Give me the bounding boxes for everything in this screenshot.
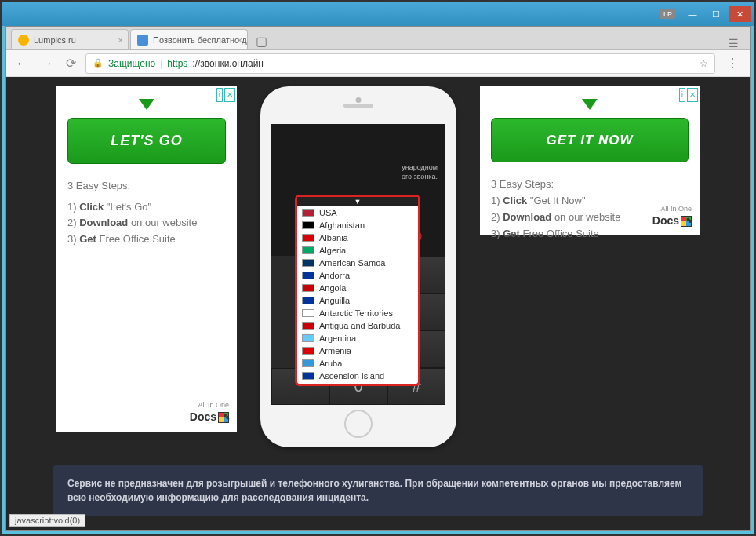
- flag-icon: [302, 246, 314, 254]
- tab-close-icon[interactable]: ×: [118, 35, 123, 45]
- flag-icon: [302, 322, 314, 330]
- country-name: American Samoa: [319, 258, 385, 268]
- flag-icon: [302, 334, 314, 342]
- lp-badge: LP: [660, 9, 675, 19]
- user-icon[interactable]: ☰: [722, 37, 745, 49]
- docs-logo: All In OneDocs✎: [652, 207, 692, 229]
- status-bar: javascript:void(0): [9, 514, 85, 527]
- back-button[interactable]: ←: [13, 57, 31, 71]
- ad-info-icon[interactable]: i: [216, 88, 223, 102]
- flag-icon: [302, 372, 314, 380]
- country-dropdown[interactable]: ▼ USAAfghanistanAlbaniaAlgeriaAmerican S…: [295, 195, 420, 386]
- tab-title: Lumpics.ru: [34, 35, 76, 45]
- url-input[interactable]: 🔒 Защищено | https://звонки.онлайн ☆: [85, 53, 715, 74]
- country-option[interactable]: USA: [297, 206, 418, 219]
- country-option[interactable]: Argentina: [297, 332, 418, 345]
- country-option[interactable]: Angola: [297, 282, 418, 294]
- reload-button[interactable]: ⟳: [63, 56, 79, 71]
- arrow-down-icon: [582, 99, 598, 110]
- service-notice: Сервис не предназначен для розыгрышей и …: [53, 465, 703, 516]
- country-name: Algeria: [319, 246, 346, 255]
- ad-info-icon[interactable]: i: [679, 88, 685, 102]
- country-name: Antarctic Territories: [319, 308, 393, 318]
- ad-step: 2) Download on our website: [67, 215, 226, 232]
- country-option[interactable]: Anguilla: [297, 294, 418, 307]
- page-viewport: i✕ LET'S GO 3 Easy Steps: 1) Click "Let'…: [6, 77, 750, 530]
- country-option[interactable]: Algeria: [297, 244, 418, 257]
- tab-calls[interactable]: Позвонить бесплатно д ×: [130, 29, 248, 49]
- ad-close-icon[interactable]: ✕: [687, 88, 698, 102]
- ad-steps-intro: 3 Easy Steps:: [491, 177, 689, 193]
- country-option[interactable]: Antarctic Territories: [297, 307, 418, 319]
- tab-close-icon[interactable]: ×: [238, 35, 242, 45]
- country-option[interactable]: Antigua and Barbuda: [297, 319, 418, 332]
- country-name: Albania: [319, 233, 348, 242]
- browser-window: Lumpics.ru × Позвонить бесплатно д × ▢ ☰…: [5, 26, 751, 531]
- home-button[interactable]: [344, 410, 373, 438]
- lock-icon: 🔒: [93, 58, 104, 68]
- country-option[interactable]: Andorra: [297, 269, 418, 282]
- docs-logo: All In OneDocs✎: [190, 403, 229, 425]
- flag-icon: [302, 297, 314, 304]
- tab-strip: Lumpics.ru × Позвонить бесплатно д × ▢ ☰: [6, 27, 750, 50]
- phone-camera-icon: [356, 97, 362, 103]
- flag-icon: [302, 209, 314, 217]
- ad-steps-intro: 3 Easy Steps:: [67, 178, 226, 195]
- flag-icon: [302, 309, 314, 317]
- country-name: Aruba: [319, 359, 342, 368]
- dropdown-arrow-icon[interactable]: ▼: [297, 197, 418, 206]
- country-name: USA: [319, 208, 337, 217]
- country-list[interactable]: USAAfghanistanAlbaniaAlgeriaAmerican Sam…: [297, 206, 418, 382]
- flag-icon: [302, 284, 314, 292]
- country-name: Andorra: [319, 271, 350, 280]
- bookmark-icon[interactable]: ☆: [700, 58, 708, 69]
- arrow-down-icon: [139, 99, 154, 110]
- url-protocol: https: [167, 58, 187, 69]
- ad-close-icon[interactable]: ✕: [224, 88, 235, 102]
- tab-title: Позвонить бесплатно д: [153, 35, 247, 45]
- maximize-button[interactable]: ☐: [705, 6, 727, 22]
- country-name: Anguilla: [319, 296, 350, 305]
- flag-icon: [302, 272, 314, 279]
- country-name: Afghanistan: [319, 221, 365, 230]
- flag-icon: [302, 259, 314, 267]
- url-domain: ://звонки.онлайн: [192, 58, 264, 69]
- close-button[interactable]: ✕: [729, 6, 751, 22]
- get-it-now-button[interactable]: GET IT NOW: [491, 118, 689, 162]
- favicon-icon: [18, 35, 29, 46]
- favicon-icon: [137, 35, 148, 46]
- country-name: Antigua and Barbuda: [319, 321, 400, 330]
- window-titlebar: LP — ☐ ✕: [2, 2, 754, 26]
- flag-icon: [302, 221, 314, 229]
- country-option[interactable]: Afghanistan: [297, 219, 418, 232]
- country-option[interactable]: Aruba: [297, 357, 418, 370]
- country-option[interactable]: Albania: [297, 232, 418, 244]
- ad-left[interactable]: i✕ LET'S GO 3 Easy Steps: 1) Click "Let'…: [56, 86, 237, 432]
- lets-go-button[interactable]: LET'S GO: [67, 118, 226, 164]
- country-option[interactable]: Armenia: [297, 345, 418, 357]
- forward-button[interactable]: →: [38, 57, 56, 71]
- country-name: Angola: [319, 283, 346, 293]
- country-name: Argentina: [319, 334, 356, 343]
- country-option[interactable]: Ascension Island: [297, 370, 418, 382]
- country-name: Armenia: [319, 346, 351, 356]
- ad-step: 1) Click "Let's Go": [67, 199, 226, 216]
- secure-label: Защищено: [108, 58, 155, 69]
- minimize-button[interactable]: —: [681, 6, 703, 22]
- flag-icon: [302, 347, 314, 355]
- phone-speaker-icon: [343, 104, 373, 108]
- ad-right[interactable]: i✕ GET IT NOW 3 Easy Steps: 1) Click "Ge…: [480, 86, 700, 235]
- new-tab-button[interactable]: ▢: [253, 32, 270, 49]
- country-name: Ascension Island: [319, 371, 384, 381]
- address-bar: ← → ⟳ 🔒 Защищено | https://звонки.онлайн…: [6, 50, 750, 77]
- screen-hint: ународномого звонка.: [402, 163, 438, 181]
- country-option[interactable]: American Samoa: [297, 257, 418, 269]
- flag-icon: [302, 359, 314, 367]
- ad-step: 3) Get Free Office Suite: [67, 232, 226, 248]
- tab-lumpics[interactable]: Lumpics.ru ×: [11, 29, 129, 49]
- browser-menu-button[interactable]: ⋮: [721, 56, 743, 71]
- flag-icon: [302, 234, 314, 242]
